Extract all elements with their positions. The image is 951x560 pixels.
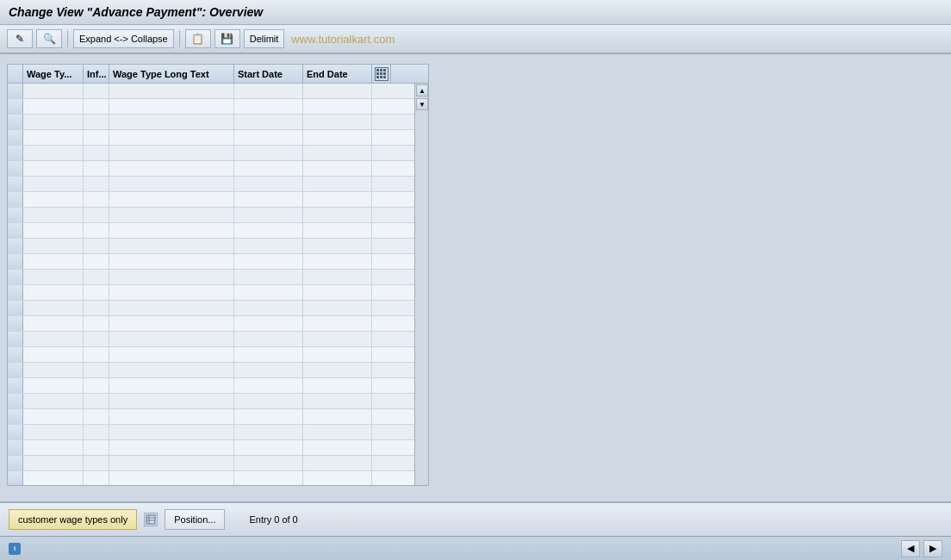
cell-long-text — [109, 208, 234, 222]
table-row[interactable] — [8, 440, 428, 456]
nav-prev-btn[interactable]: ◀ — [901, 540, 920, 557]
cell-end-date — [303, 99, 372, 114]
save-icon: 💾 — [221, 32, 234, 46]
svg-rect-0 — [146, 515, 155, 524]
cell-wage-type — [23, 471, 84, 485]
scroll-up-arrow[interactable]: ▲ — [416, 84, 428, 96]
cell-inf — [84, 394, 109, 408]
cell-start-date — [234, 456, 303, 470]
scroll-down-arrow[interactable]: ▼ — [416, 98, 428, 110]
cell-start-date — [234, 254, 303, 269]
table-row[interactable] — [8, 146, 428, 161]
cell-end-date — [303, 363, 372, 377]
cell-long-text — [109, 347, 234, 362]
entry-count: Entry 0 of 0 — [249, 514, 297, 525]
toolbar-icon-2: 🔍 — [42, 32, 56, 46]
position-btn[interactable]: Position... — [165, 509, 225, 530]
table-row[interactable] — [8, 471, 428, 485]
row-selector — [8, 239, 23, 253]
row-selector — [8, 332, 23, 346]
table-row[interactable] — [8, 456, 428, 471]
table-row[interactable] — [8, 192, 428, 208]
cell-end-date — [303, 316, 372, 331]
table-row[interactable] — [8, 347, 428, 363]
row-selector — [8, 177, 23, 191]
table-row[interactable] — [8, 208, 428, 223]
status-bar: i ◀ ▶ — [0, 536, 951, 560]
row-selector — [8, 223, 23, 238]
expand-collapse-btn[interactable]: Expand <-> Collapse — [73, 29, 174, 48]
table-row[interactable] — [8, 425, 428, 440]
table-body — [8, 84, 428, 485]
table-row[interactable] — [8, 99, 428, 115]
table-row[interactable] — [8, 115, 428, 130]
cell-long-text — [109, 409, 234, 424]
copy-icon-btn[interactable]: 📋 — [185, 29, 211, 48]
table-row[interactable] — [8, 316, 428, 332]
table-row[interactable] — [8, 363, 428, 378]
th-settings-icon[interactable] — [372, 65, 391, 83]
cell-inf — [84, 409, 109, 424]
table-row[interactable] — [8, 270, 428, 285]
cell-start-date — [234, 99, 303, 114]
cell-inf — [84, 456, 109, 470]
table-row[interactable] — [8, 84, 428, 99]
cell-end-date — [303, 161, 372, 176]
settings-icon-btn[interactable]: 🔍 — [36, 29, 62, 48]
customer-wage-types-btn[interactable]: customer wage types only — [9, 509, 137, 530]
cell-wage-type — [23, 409, 84, 424]
row-selector — [8, 347, 23, 362]
table-row[interactable] — [8, 409, 428, 425]
table-row[interactable] — [8, 301, 428, 316]
row-selector — [8, 456, 23, 470]
cell-start-date — [234, 440, 303, 455]
cell-inf — [84, 177, 109, 191]
table-row[interactable] — [8, 239, 428, 254]
toolbar-sep-2 — [179, 30, 180, 47]
cell-end-date — [303, 425, 372, 439]
cell-start-date — [234, 316, 303, 331]
cell-long-text — [109, 239, 234, 253]
column-settings-icon — [375, 67, 388, 81]
delimit-btn[interactable]: Delimit — [244, 29, 285, 48]
cell-start-date — [234, 394, 303, 408]
cell-long-text — [109, 99, 234, 114]
cell-start-date — [234, 471, 303, 485]
data-table: Wage Ty... Inf... Wage Type Long Text St… — [7, 64, 429, 486]
table-row[interactable] — [8, 161, 428, 177]
nav-next-btn[interactable]: ▶ — [923, 540, 942, 557]
cell-long-text — [109, 146, 234, 160]
page-title: Change View "Advance Payment": Overview — [9, 5, 263, 19]
cell-long-text — [109, 270, 234, 284]
expand-icon-btn[interactable]: ✎ — [7, 29, 33, 48]
row-selector — [8, 363, 23, 377]
row-selector — [8, 394, 23, 408]
cell-end-date — [303, 301, 372, 315]
cell-end-date — [303, 471, 372, 485]
cell-end-date — [303, 146, 372, 160]
row-selector — [8, 99, 23, 114]
cell-end-date — [303, 378, 372, 393]
cell-long-text — [109, 84, 234, 98]
table-row[interactable] — [8, 177, 428, 192]
cell-wage-type — [23, 254, 84, 269]
cell-inf — [84, 471, 109, 485]
table-row[interactable] — [8, 285, 428, 301]
cell-long-text — [109, 161, 234, 176]
table-row[interactable] — [8, 223, 428, 239]
cell-long-text — [109, 192, 234, 207]
cell-end-date — [303, 239, 372, 253]
table-row[interactable] — [8, 254, 428, 270]
table-row[interactable] — [8, 130, 428, 146]
cell-end-date — [303, 347, 372, 362]
cell-long-text — [109, 301, 234, 315]
cell-end-date — [303, 115, 372, 129]
nav-buttons: ◀ ▶ — [901, 540, 942, 557]
toolbar-sep-1 — [67, 30, 68, 47]
save-icon-btn[interactable]: 💾 — [214, 29, 240, 48]
table-row[interactable] — [8, 332, 428, 347]
table-row[interactable] — [8, 394, 428, 409]
table-row[interactable] — [8, 378, 428, 394]
row-selector — [8, 316, 23, 331]
cell-inf — [84, 84, 109, 98]
